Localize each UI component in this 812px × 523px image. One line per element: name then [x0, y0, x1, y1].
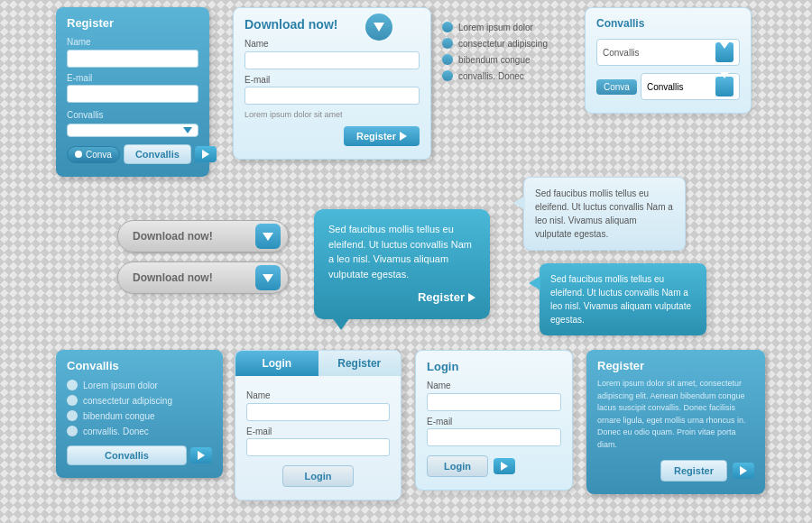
register-button[interactable]: Register: [344, 126, 420, 146]
login-title: Login: [427, 360, 561, 373]
lorem-text: Lorem ipsum dolor sit amet: [245, 110, 420, 119]
speech-bubble-text: Sed faucibus mollis tellus eu eleifend. …: [535, 187, 674, 241]
arrow-right-icon: [501, 462, 508, 471]
list-item: bibendum congue: [67, 410, 212, 421]
arrow-right-icon: [468, 293, 475, 302]
arrow-down-icon: [263, 274, 273, 282]
arrow-down-icon: [263, 233, 273, 241]
list-item: convallis. Donec: [442, 70, 573, 81]
list-item: convallis. Donec: [67, 426, 212, 436]
name-input[interactable]: [67, 50, 198, 68]
list-dot-icon: [442, 38, 453, 49]
tab-register[interactable]: Register: [318, 351, 401, 376]
list-dot-icon: [67, 380, 78, 390]
login-button[interactable]: Login: [282, 465, 355, 487]
list-item: consectetur adipiscing: [67, 395, 212, 406]
convallis-button[interactable]: Convallis: [67, 445, 187, 465]
convallis-btn-row: Convallis: [67, 445, 212, 465]
download-form-title: Download now!: [245, 17, 420, 32]
arrow-button[interactable]: [195, 146, 217, 162]
list-item: consectetur adipiscing: [442, 38, 573, 49]
convallis-label: Convallis: [67, 110, 198, 120]
register-bottom-right: Register Lorem ipsum dolor sit amet, con…: [586, 350, 765, 494]
conva-label: Conva: [596, 79, 637, 95]
email-label: E-mail: [245, 75, 420, 85]
register-form-title: Register: [67, 16, 198, 30]
register-btn-row: Register: [597, 460, 754, 482]
speech-bubble-teal: Sed faucibus mollis tellus eu eleifend. …: [314, 209, 490, 319]
list-dot-icon: [67, 410, 78, 421]
email-label: E-mail: [67, 73, 198, 83]
login-form-body: Name E-mail Login: [235, 376, 401, 500]
tabs-header: Login Register: [235, 351, 401, 376]
list-dot-icon: [67, 426, 78, 436]
login-button[interactable]: Login: [427, 455, 488, 477]
download-btn-2[interactable]: Download now!: [117, 262, 289, 294]
arrow-button[interactable]: [190, 447, 212, 463]
register-link[interactable]: Register: [328, 289, 475, 307]
email-input[interactable]: [427, 428, 561, 446]
tab-login[interactable]: Login: [235, 351, 318, 376]
arrow-down-icon: [374, 23, 384, 32]
download-arrow-icon: [255, 224, 281, 249]
arrow-right-icon: [202, 150, 209, 159]
email-label: E-mail: [427, 417, 561, 427]
list-dot-icon: [442, 22, 453, 32]
arrow-button[interactable]: [494, 458, 515, 474]
conva-pill[interactable]: Conva: [67, 146, 120, 163]
convallis-btn-row: Conva Convallis: [67, 144, 198, 164]
download-btn-1[interactable]: Download now!: [117, 220, 289, 252]
email-input[interactable]: [245, 87, 420, 105]
arrow-right-icon: [740, 466, 747, 475]
login-btn-row: Login: [427, 455, 561, 477]
list-dot-icon: [442, 70, 453, 81]
download-arrow-badge: [365, 14, 392, 41]
arrow-right-icon: [198, 451, 205, 460]
download-arrow-icon: [255, 265, 281, 290]
register-row: Register: [245, 126, 420, 146]
list-dot-icon: [442, 54, 453, 65]
login-btn-row: Login: [246, 465, 390, 487]
email-input[interactable]: [246, 438, 390, 456]
convallis-list-bottom: Convallis Lorem ipsum dolor consectetur …: [56, 350, 223, 478]
speech-bubble-gray: Sed faucibus mollis tellus eu eleifend. …: [523, 177, 686, 251]
conva-convallis-row: Conva Convallis: [596, 73, 740, 100]
speech-bubble-text: Sed faucibus mollis tellus eu eleifend. …: [328, 222, 475, 281]
name-label: Name: [427, 381, 561, 390]
list-items-top: Lorem ipsum dolor consectetur adipiscing…: [442, 22, 573, 87]
name-label: Name: [245, 39, 420, 49]
convallis-title: Convallis: [596, 17, 740, 30]
name-label: Name: [246, 390, 390, 400]
arrow-right-icon: [400, 132, 407, 141]
list-item: Lorem ipsum dolor: [442, 22, 573, 32]
name-label: Name: [67, 37, 198, 47]
login-register-tabs: Login Register Name E-mail Login: [235, 350, 401, 500]
name-input[interactable]: [427, 393, 561, 411]
register-form-top: Register Name E-mail Convallis Conva Con…: [56, 7, 209, 177]
convallis-list-title: Convallis: [67, 359, 212, 372]
list-dot-icon: [67, 395, 78, 406]
speech-bubble-text: Sed faucibus mollis tellus eu eleifend. …: [550, 272, 696, 326]
speech-bubble-blue2: Sed faucibus mollis tellus eu eleifend. …: [540, 263, 706, 335]
name-input[interactable]: [245, 51, 420, 69]
dropdown-arrow-icon: [720, 72, 729, 94]
register-title: Register: [597, 359, 754, 372]
name-input[interactable]: [246, 403, 390, 421]
convallis-select[interactable]: [67, 124, 198, 137]
convallis-dropdown2[interactable]: Convallis: [641, 73, 740, 100]
download-form-top: Download now! Name E-mail Lorem ipsum do…: [233, 7, 431, 160]
register-button[interactable]: Register: [660, 460, 727, 482]
convallis-dropdowns: Convallis Convallis Conva Convallis: [585, 7, 752, 114]
register-text: Lorem ipsum dolor sit amet, consectetur …: [597, 378, 754, 451]
email-input[interactable]: [67, 85, 198, 103]
arrow-button[interactable]: [733, 463, 754, 479]
download-buttons: Download now! Download now!: [117, 220, 289, 294]
email-label: E-mail: [246, 427, 390, 436]
convallis-button[interactable]: Convallis: [124, 144, 191, 164]
convallis-dropdown1[interactable]: Convallis: [596, 39, 740, 66]
dropdown-arrow-icon: [720, 42, 729, 59]
list-item: bibendum congue: [442, 54, 573, 65]
login-only-form: Login Name E-mail Login: [415, 350, 573, 491]
list-item: Lorem ipsum dolor: [67, 380, 212, 390]
